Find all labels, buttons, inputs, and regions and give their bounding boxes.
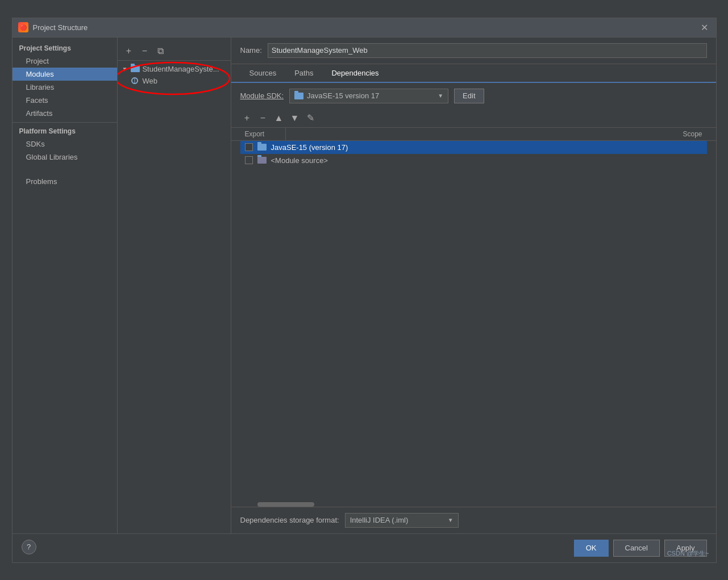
module-tree-panel: + − ⧉ ▼ StudentManageSyste... Web xyxy=(118,37,231,533)
name-label: Name: xyxy=(240,46,262,55)
table-header: Export Scope xyxy=(231,127,716,141)
app-icon: 🔴 xyxy=(18,22,28,32)
sidebar-modules-label: Modules xyxy=(26,70,54,78)
storage-format-row: Dependencies storage format: IntelliJ ID… xyxy=(231,507,716,533)
main-content: Project Settings Project Modules Librari… xyxy=(13,37,716,533)
sdk-edit-button[interactable]: Edit xyxy=(454,89,484,103)
tab-sources[interactable]: Sources xyxy=(240,64,286,83)
sdk-value: JavaSE-15 version 17 xyxy=(307,91,379,100)
sidebar-artifacts-label: Artifacts xyxy=(26,109,53,118)
sidebar-sdks-label: SDKs xyxy=(26,140,45,148)
storage-value: IntelliJ IDEA (.iml) xyxy=(350,516,409,524)
dep-edit-button[interactable]: ✎ xyxy=(304,111,318,125)
dependencies-toolbar: + − ▲ ▼ ✎ xyxy=(231,109,716,127)
tree-item-student-manage[interactable]: ▼ StudentManageSyste... xyxy=(118,63,231,75)
sidebar-project-label: Project xyxy=(26,57,49,65)
close-button[interactable]: ✕ xyxy=(699,22,710,33)
sidebar-item-artifacts[interactable]: Artifacts xyxy=(13,107,117,120)
sidebar-item-sdks[interactable]: SDKs xyxy=(13,137,117,151)
dep-up-button[interactable]: ▲ xyxy=(272,111,286,125)
dep-folder-icon-module-source xyxy=(257,157,267,164)
storage-dropdown[interactable]: IntelliJ IDEA (.iml) ▼ xyxy=(345,513,459,528)
sidebar-facets-label: Facets xyxy=(26,96,48,105)
cancel-button[interactable]: Cancel xyxy=(613,540,660,557)
dep-row-javasdk[interactable]: JavaSE-15 (version 17) xyxy=(240,141,707,154)
ok-button[interactable]: OK xyxy=(574,540,609,557)
project-structure-dialog: 🔴 Project Structure ✕ Project Settings P… xyxy=(12,18,717,563)
sdk-folder-icon xyxy=(294,93,303,99)
spacer-bottom xyxy=(231,322,716,502)
module-sdk-label: Module SDK: xyxy=(240,91,284,100)
right-panel: Name: Sources Paths Dependencies xyxy=(231,37,716,533)
sidebar-item-facets[interactable]: Facets xyxy=(13,94,117,107)
dep-remove-button[interactable]: − xyxy=(256,111,270,125)
horizontal-scrollbar[interactable] xyxy=(240,502,707,507)
tabs-row: Sources Paths Dependencies xyxy=(231,64,716,83)
tree-toolbar: + − ⧉ xyxy=(118,42,231,61)
sidebar-global-libs-label: Global Libraries xyxy=(26,153,78,161)
spacer xyxy=(13,164,117,175)
dep-checkbox-module-source[interactable] xyxy=(245,156,253,164)
sidebar-libraries-label: Libraries xyxy=(26,83,55,91)
project-settings-header: Project Settings xyxy=(13,42,117,55)
tree-item-student-label: StudentManageSyste... xyxy=(142,65,219,73)
title-bar: 🔴 Project Structure ✕ xyxy=(13,18,716,37)
storage-dropdown-arrow-icon: ▼ xyxy=(448,517,454,523)
tab-paths[interactable]: Paths xyxy=(285,64,322,83)
name-input[interactable] xyxy=(268,43,707,58)
help-button[interactable]: ? xyxy=(22,540,36,554)
dep-down-button[interactable]: ▼ xyxy=(288,111,302,125)
scope-column-header: Scope xyxy=(678,128,706,140)
title-bar-left: 🔴 Project Structure xyxy=(18,22,88,32)
tree-item-web[interactable]: Web xyxy=(118,75,231,87)
storage-label: Dependencies storage format: xyxy=(240,516,339,524)
dep-add-button[interactable]: + xyxy=(240,111,254,125)
sidebar-problems-label: Problems xyxy=(26,177,57,186)
name-column-header xyxy=(286,128,679,140)
dialog-title: Project Structure xyxy=(33,23,88,32)
sidebar-item-problems[interactable]: Problems xyxy=(13,175,117,188)
tree-add-button[interactable]: + xyxy=(122,44,136,58)
sdk-dropdown[interactable]: JavaSE-15 version 17 ▼ xyxy=(289,89,448,103)
dependencies-table[interactable]: JavaSE-15 (version 17) <Module source> xyxy=(240,141,707,322)
panel-content: + − ⧉ ▼ StudentManageSyste... Web xyxy=(118,37,716,533)
web-globe-icon xyxy=(131,77,138,84)
sidebar-item-project[interactable]: Project xyxy=(13,55,117,68)
tab-dependencies[interactable]: Dependencies xyxy=(322,64,388,83)
export-column-header: Export xyxy=(240,128,286,140)
dep-name-javasdk: JavaSE-15 (version 17) xyxy=(271,143,702,152)
chevron-icon: ▼ xyxy=(122,66,128,72)
sidebar-item-global-libraries[interactable]: Global Libraries xyxy=(13,151,117,164)
tree-item-web-label: Web xyxy=(143,77,158,85)
sidebar-item-modules[interactable]: Modules xyxy=(13,68,117,81)
sdk-dropdown-arrow-icon: ▼ xyxy=(438,93,443,99)
sidebar-divider xyxy=(13,122,117,123)
tree-items-container: ▼ StudentManageSyste... Web xyxy=(118,63,231,87)
apply-button[interactable]: Apply xyxy=(664,540,707,557)
module-folder-icon xyxy=(131,65,140,72)
sidebar-item-libraries[interactable]: Libraries xyxy=(13,81,117,94)
platform-settings-header: Platform Settings xyxy=(13,125,117,137)
tree-copy-button[interactable]: ⧉ xyxy=(154,44,168,58)
dep-checkbox-javasdk[interactable] xyxy=(245,143,253,151)
sidebar: Project Settings Project Modules Librari… xyxy=(13,37,118,533)
name-row: Name: xyxy=(231,37,716,64)
tree-remove-button[interactable]: − xyxy=(138,44,152,58)
dialog-footer: ? OK Cancel Apply xyxy=(13,533,716,562)
dep-folder-icon-javasdk xyxy=(257,144,267,151)
dep-row-module-source[interactable]: <Module source> xyxy=(240,154,707,167)
module-sdk-row: Module SDK: JavaSE-15 version 17 ▼ Edit xyxy=(231,83,716,109)
dep-name-module-source: <Module source> xyxy=(271,156,702,165)
scrollbar-thumb xyxy=(257,502,314,507)
